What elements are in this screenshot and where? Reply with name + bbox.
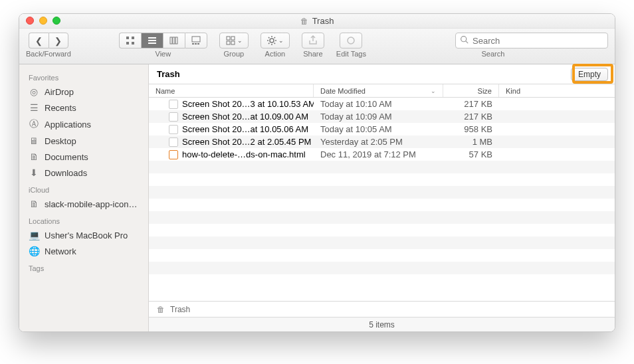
table-row[interactable]: Screen Shot 20…3 at 10.10.53 AMToday at … [149,98,615,110]
column-date-modified[interactable]: Date Modified⌄ [314,84,443,97]
path-location: Trash [170,305,190,314]
empty-trash-button[interactable]: Empty [571,68,608,81]
toolbar: ❮ ❯ Back/Forward View [19,29,615,64]
sidebar-item-documents[interactable]: 🗎Documents [19,149,148,165]
file-list: Screen Shot 20…3 at 10.10.53 AMToday at … [149,98,615,301]
recents-icon: ☰ [29,102,39,113]
sidebar-section-icloud: iCloud [19,181,148,196]
status-bar: 5 items [149,317,615,331]
sidebar-item-applications[interactable]: ⒶApplications [19,116,148,133]
action-label: Action [265,50,286,58]
column-name[interactable]: Name [149,84,314,97]
svg-rect-14 [227,37,230,40]
group-button[interactable]: ⌄ [219,33,249,48]
share-button[interactable] [302,33,324,48]
empty-row [149,249,615,262]
empty-row [149,262,615,274]
search-input[interactable] [473,36,592,46]
sidebar-item-recents[interactable]: ☰Recents [19,100,148,116]
gear-icon [266,35,277,46]
svg-rect-0 [126,37,129,39]
view-icon-button[interactable] [119,33,141,48]
group-icon [225,35,236,46]
window-controls [26,17,60,25]
action-button[interactable]: ⌄ [261,33,290,48]
empty-row [149,186,615,199]
file-name: Screen Shot 20…3 at 10.10.53 AM [182,99,314,109]
table-row[interactable]: Screen Shot 20…at 10.05.06 AMToday at 10… [149,123,615,136]
sidebar-item-downloads[interactable]: ⬇Downloads [19,165,148,181]
file-size: 958 KB [443,124,499,134]
airdrop-icon: ◎ [29,86,39,97]
file-name: Screen Shot 20…at 10.09.00 AM [182,112,308,122]
sidebar-item-label: Usher's MacBook Pro [45,230,128,240]
sidebar-item-label: Network [45,246,76,256]
sidebar-item-airdrop[interactable]: ◎AirDrop [19,84,148,100]
sidebar-item-label: Recents [45,103,76,113]
table-row[interactable]: how-to-delete-…ds-on-mac.htmlDec 11, 201… [149,148,615,161]
status-text: 5 items [369,320,395,329]
svg-point-20 [461,37,467,42]
view-gallery-button[interactable] [185,33,207,48]
svg-rect-10 [192,37,200,42]
sidebar-item-label: slack-mobile-app-icon… [45,199,137,209]
svg-point-19 [348,37,354,44]
svg-rect-2 [126,42,129,45]
list-icon [147,35,158,46]
svg-rect-16 [227,41,230,45]
html-file-icon [169,150,178,159]
column-kind[interactable]: Kind [499,84,615,97]
sidebar-item-label: AirDrop [45,87,74,97]
location-title: Trash [157,69,180,79]
column-size[interactable]: Size [443,84,499,97]
view-list-button[interactable] [141,33,163,48]
file-date: Yesterday at 2:05 PM [314,137,443,147]
sidebar-item-network[interactable]: 🌐Network [19,243,148,259]
grid-icon [125,35,136,46]
svg-rect-17 [231,41,235,45]
share-icon [308,35,318,46]
file-date: Today at 10:05 AM [314,124,443,134]
zoom-window-button[interactable] [53,17,60,25]
file-date: Dec 11, 2019 at 7:12 PM [314,149,443,159]
table-row[interactable]: Screen Shot 20…2 at 2.05.45 PMYesterday … [149,136,615,148]
empty-row [149,161,615,173]
documents-icon: 🗎 [29,151,39,162]
forward-button[interactable]: ❯ [49,33,68,48]
group-label: Group [224,50,245,58]
svg-rect-7 [170,37,172,44]
table-row[interactable]: Screen Shot 20…at 10.09.00 AMToday at 10… [149,110,615,123]
sidebar-section-favorites: Favorites [19,68,148,84]
close-window-button[interactable] [26,17,34,25]
window-title: Trash [312,16,334,26]
file-size: 217 KB [443,99,499,109]
file-name: Screen Shot 20…at 10.05.06 AM [182,124,308,134]
svg-rect-5 [148,40,156,41]
back-button[interactable]: ❮ [29,33,49,48]
sidebar-item-desktop[interactable]: 🖥Desktop [19,133,148,149]
chevron-down-icon: ⌄ [278,37,284,44]
view-label: View [156,50,171,58]
search-icon [460,35,469,46]
image-file-icon [169,137,178,147]
sidebar-item-label: Desktop [45,136,76,146]
document-icon: 🗎 [29,199,39,209]
view-column-button[interactable] [163,33,185,48]
chevron-down-icon: ⌄ [237,37,243,44]
search-field-wrap[interactable] [455,33,608,48]
svg-rect-11 [192,43,194,45]
minimize-window-button[interactable] [39,17,47,25]
svg-rect-9 [175,37,177,44]
computer-icon: 💻 [29,230,39,240]
sidebar-item-label: Downloads [45,168,87,178]
network-icon: 🌐 [29,246,39,256]
tag-icon [346,35,356,46]
sidebar-item-icloud-file[interactable]: 🗎slack-mobile-app-icon… [19,196,148,212]
edit-tags-button[interactable] [340,33,362,48]
location-header: Trash Empty [149,64,615,84]
file-name: how-to-delete-…ds-on-mac.html [182,149,306,159]
desktop-icon: 🖥 [29,136,39,146]
sidebar-section-tags: Tags [19,259,148,274]
svg-point-18 [270,39,274,43]
sidebar-item-computer[interactable]: 💻Usher's MacBook Pro [19,227,148,243]
